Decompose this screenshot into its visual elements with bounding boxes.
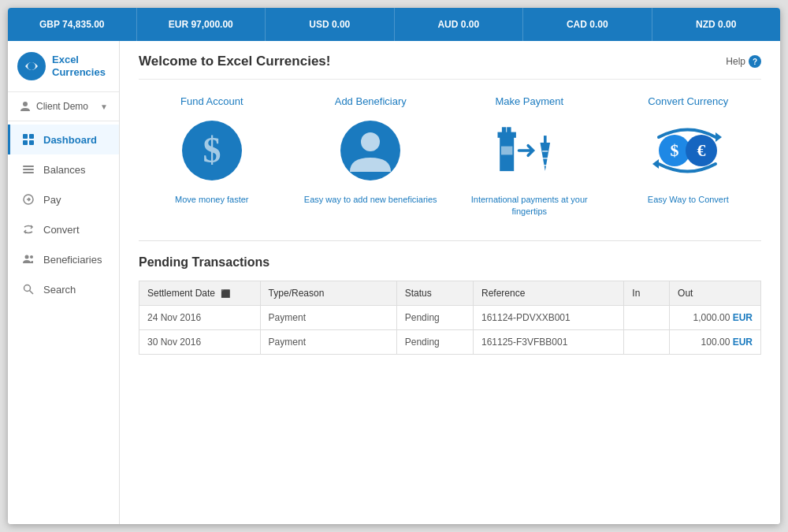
cell-type-1: Payment bbox=[260, 305, 396, 329]
svg-point-18 bbox=[361, 132, 380, 151]
cell-ref-1: 161124-PDVXXB001 bbox=[473, 305, 623, 329]
table-row: 24 Nov 2016 Payment Pending 161124-PDVXX… bbox=[139, 305, 761, 329]
chevron-down-icon: ▼ bbox=[100, 102, 108, 111]
action-make-payment[interactable]: Make Payment bbox=[456, 95, 603, 218]
currency-gbp[interactable]: GBP 74,835.00 bbox=[8, 8, 137, 41]
dashboard-icon bbox=[21, 132, 35, 147]
svg-rect-23 bbox=[501, 147, 512, 155]
cell-in-1 bbox=[624, 305, 670, 329]
currency-aud[interactable]: AUD 0.00 bbox=[395, 8, 524, 41]
svg-rect-5 bbox=[23, 140, 28, 145]
sidebar-item-dashboard[interactable]: Dashboard bbox=[8, 125, 119, 154]
app-window: GBP 74,835.00 EUR 97,000.00 USD 0.00 AUD… bbox=[8, 8, 780, 524]
cell-date-2: 30 Nov 2016 bbox=[139, 329, 261, 354]
logo-text: Excel Currencies bbox=[52, 54, 106, 78]
svg-rect-22 bbox=[507, 127, 511, 134]
cell-in-2 bbox=[624, 329, 670, 354]
svg-rect-4 bbox=[29, 134, 34, 139]
svg-rect-7 bbox=[23, 166, 34, 167]
divider bbox=[139, 240, 761, 241]
svg-rect-21 bbox=[502, 127, 506, 134]
help-icon: ? bbox=[749, 55, 761, 68]
sort-icon: ⬛ bbox=[221, 289, 230, 298]
svg-text:€: € bbox=[697, 140, 706, 160]
col-header-reference: Reference bbox=[473, 281, 623, 305]
svg-rect-9 bbox=[23, 172, 34, 173]
svg-point-12 bbox=[30, 255, 33, 259]
nav-menu: Dashboard Balances bbox=[8, 121, 119, 304]
cell-ref-2: 161125-F3VFBB001 bbox=[473, 329, 623, 354]
welcome-header: Welcome to Excel Currencies! Help ? bbox=[139, 54, 761, 80]
action-add-beneficiary[interactable]: Add Beneficiary Easy way to add new bene… bbox=[298, 95, 444, 218]
currency-usd[interactable]: USD 0.00 bbox=[266, 8, 395, 41]
svg-marker-30 bbox=[652, 159, 659, 169]
svg-rect-8 bbox=[23, 169, 34, 170]
table-row: 30 Nov 2016 Payment Pending 161125-F3VFB… bbox=[139, 329, 761, 354]
svg-text:$: $ bbox=[203, 130, 221, 170]
sidebar-item-pay[interactable]: Pay bbox=[8, 184, 119, 214]
svg-rect-24 bbox=[544, 136, 547, 144]
col-header-out: Out bbox=[670, 281, 761, 305]
user-section[interactable]: Client Demo ▼ bbox=[8, 92, 119, 121]
search-icon bbox=[21, 282, 35, 296]
table-header: Settlement Date ⬛ Type/Reason Status bbox=[139, 281, 761, 305]
action-fund-account[interactable]: Fund Account $ Move money faster bbox=[139, 95, 285, 218]
currency-cad[interactable]: CAD 0.00 bbox=[523, 8, 652, 41]
svg-text:$: $ bbox=[671, 140, 679, 160]
currency-nzd[interactable]: NZD 0.00 bbox=[652, 8, 781, 41]
svg-point-2 bbox=[23, 102, 28, 106]
convert-icon bbox=[21, 222, 35, 236]
col-header-in: In bbox=[624, 281, 670, 305]
main-layout: Excel Currencies Client Demo ▼ bbox=[8, 41, 780, 524]
beneficiaries-icon bbox=[21, 252, 35, 266]
svg-point-1 bbox=[28, 62, 35, 70]
table-body: 24 Nov 2016 Payment Pending 161124-PDVXX… bbox=[139, 305, 761, 354]
convert-currency-image: $ € bbox=[652, 115, 723, 186]
cell-type-2: Payment bbox=[260, 329, 396, 354]
pay-icon bbox=[21, 192, 35, 206]
welcome-title: Welcome to Excel Currencies! bbox=[139, 54, 330, 69]
cell-date-1: 24 Nov 2016 bbox=[139, 305, 261, 329]
currency-bar: GBP 74,835.00 EUR 97,000.00 USD 0.00 AUD… bbox=[8, 8, 780, 41]
svg-marker-29 bbox=[716, 132, 722, 142]
svg-point-13 bbox=[24, 285, 31, 292]
col-header-type: Type/Reason bbox=[260, 281, 396, 305]
action-convert-currency[interactable]: Convert Currency $ € bbox=[615, 95, 762, 218]
col-header-settlement-date[interactable]: Settlement Date ⬛ bbox=[139, 281, 261, 305]
logo-icon bbox=[17, 52, 46, 80]
sidebar-item-convert[interactable]: Convert bbox=[8, 214, 119, 244]
svg-point-11 bbox=[25, 255, 29, 259]
cell-status-1: Pending bbox=[396, 305, 473, 329]
transactions-table: Settlement Date ⬛ Type/Reason Status bbox=[139, 281, 761, 355]
pending-transactions-section: Pending Transactions Settlement Date ⬛ T… bbox=[139, 255, 761, 355]
currency-eur[interactable]: EUR 97,000.00 bbox=[137, 8, 266, 41]
quick-actions: Fund Account $ Move money faster Add Ben… bbox=[139, 95, 761, 218]
col-header-status: Status bbox=[396, 281, 473, 305]
cell-out-1: 1,000.00 EUR bbox=[670, 305, 761, 329]
add-beneficiary-image bbox=[335, 115, 406, 186]
cell-out-2: 100.00 EUR bbox=[670, 329, 761, 354]
sidebar-item-balances[interactable]: Balances bbox=[8, 154, 119, 184]
logo-area: Excel Currencies bbox=[8, 41, 119, 92]
user-icon bbox=[19, 100, 32, 113]
pending-transactions-title: Pending Transactions bbox=[139, 255, 761, 270]
help-link[interactable]: Help ? bbox=[726, 55, 761, 68]
make-payment-image bbox=[494, 115, 565, 186]
cell-status-2: Pending bbox=[396, 329, 473, 354]
svg-line-14 bbox=[30, 291, 34, 295]
content-area: Welcome to Excel Currencies! Help ? Fund… bbox=[120, 41, 780, 524]
balances-icon bbox=[21, 162, 35, 177]
svg-rect-3 bbox=[23, 134, 28, 139]
sidebar-item-beneficiaries[interactable]: Beneficiaries bbox=[8, 244, 119, 274]
svg-rect-6 bbox=[29, 140, 34, 145]
sidebar: Excel Currencies Client Demo ▼ bbox=[8, 41, 120, 524]
sidebar-item-search[interactable]: Search bbox=[8, 274, 119, 304]
fund-account-image: $ bbox=[177, 115, 247, 186]
